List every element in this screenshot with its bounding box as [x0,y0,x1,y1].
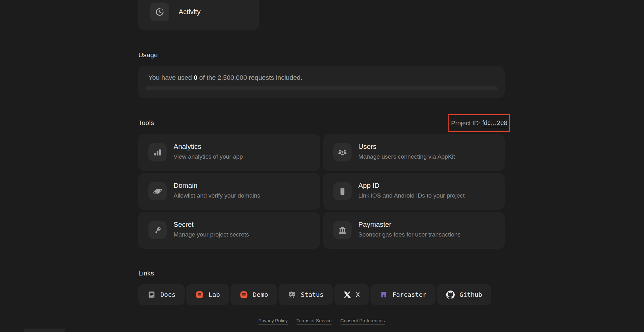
tool-card-paymaster[interactable]: PaymasterSponsor gas fees for user trans… [323,212,505,249]
tool-card-description: Manage your project secrets [174,231,249,238]
project-id-label: Project ID: [451,120,482,127]
reown-lab-icon [195,291,204,299]
tool-card-secret[interactable]: SecretManage your project secrets [138,212,320,249]
activity-card[interactable]: Activity [138,0,259,30]
tool-card-domain[interactable]: DomainAllowlist and verify your domains [138,173,320,210]
tool-card-description: Allowlist and verify your domains [174,192,260,199]
tools-heading: Tools [138,119,154,127]
tool-card-analytics[interactable]: AnalyticsView analytics of your app [138,134,320,171]
usage-heading: Usage [138,51,158,59]
links-row: Docs Lab Demo Status X Farcaster Github [138,284,491,305]
phone-icon [333,182,352,200]
usage-progress-bar [146,86,497,90]
status-board-icon [288,291,296,299]
tool-card-description: Manage users connecting via AppKit [358,153,455,160]
link-button-label: Docs [160,291,175,298]
project-id-value[interactable]: fdc…2e8 [482,119,507,127]
link-button-label: X [356,291,360,298]
link-button-label: Status [301,291,323,298]
tool-card-title: Users [358,143,376,151]
key-icon [148,221,167,239]
link-button-label: Demo [253,291,268,298]
planet-icon [148,182,167,200]
tool-card-app-id[interactable]: App IDLink iOS and Android IDs to your p… [323,173,505,210]
link-button-x[interactable]: X [334,284,369,305]
link-button-docs[interactable]: Docs [138,284,185,305]
reown-demo-icon [240,291,248,299]
bank-icon [333,221,352,239]
users-icon [333,143,352,161]
tool-card-title: Secret [174,220,194,229]
links-heading: Links [138,269,154,277]
project-id-highlight-box[interactable]: Project ID: fdc…2e8 [448,114,510,132]
usage-card: You have used 0 of the 2,500,000 request… [138,66,505,98]
tool-card-title: Analytics [174,143,201,151]
tool-card-title: Paymaster [358,220,391,229]
footer-link-consent-preferences[interactable]: Consent Preferences [341,318,385,324]
usage-used-count: 0 [194,74,197,81]
link-button-farcaster[interactable]: Farcaster [370,284,436,305]
tool-card-description: Link iOS and Android IDs to your project [358,192,465,199]
link-button-label: Github [459,291,482,298]
activity-clock-icon [150,3,169,21]
link-button-status[interactable]: Status [279,284,332,305]
x-logo-icon [343,291,351,299]
tools-grid: AnalyticsView analytics of your app User… [138,134,505,249]
tool-card-description: View analytics of your app [174,153,243,160]
link-button-lab[interactable]: Lab [186,284,229,305]
usage-summary-text: You have used 0 of the 2,500,000 request… [148,74,303,81]
tool-card-title: Domain [174,182,197,190]
footer-links: Privacy PolicyTerms of ServiceConsent Pr… [138,318,505,324]
partially-visible-element [24,329,65,332]
link-button-github[interactable]: Github [437,284,491,305]
bar-chart-icon [148,143,167,161]
tool-card-description: Sponsor gas fees for user transactions [358,231,461,238]
link-button-demo[interactable]: Demo [230,284,277,305]
activity-card-label: Activity [179,8,201,16]
github-icon [446,291,455,299]
tool-card-title: App ID [358,182,380,190]
footer-link-privacy-policy[interactable]: Privacy Policy [258,318,288,324]
footer-link-terms-of-service[interactable]: Terms of Service [297,318,332,324]
link-button-label: Lab [208,291,220,298]
tool-card-users[interactable]: UsersManage users connecting via AppKit [323,134,505,171]
docs-icon [147,291,156,299]
farcaster-icon [380,291,388,299]
link-button-label: Farcaster [392,291,426,298]
dashboard-page: { "activity_card": { "label": "Activity"… [0,0,644,332]
